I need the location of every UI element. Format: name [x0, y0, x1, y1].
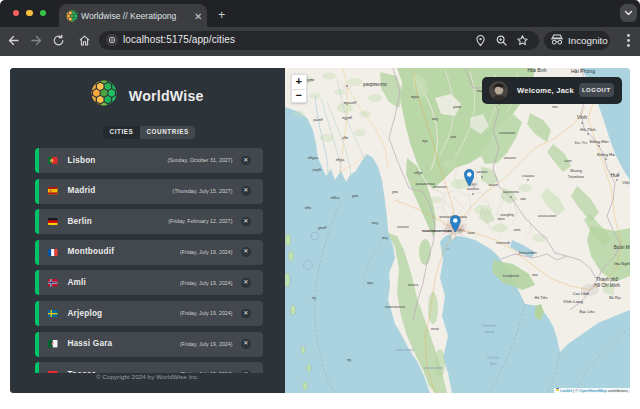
svg-text:Đồng Hới: Đồng Hới — [590, 139, 609, 144]
svg-text:ɞϙ: ɞϙ — [347, 358, 351, 362]
svg-text:ʂɞιϙϧsʊπο: ʂɞιϙϧsʊπο — [363, 81, 387, 87]
svg-text:Vĩnh Long: Vĩnh Long — [563, 299, 584, 304]
svg-text:Bà Rịa: Bà Rịa — [609, 296, 621, 300]
svg-text:uszasusasuis: uszasusasuis — [385, 305, 406, 309]
svg-text:ʊɞa: ʊɞa — [520, 197, 526, 201]
svg-text:aiuinusauans: aiuinusauans — [423, 366, 443, 370]
svg-text:ϙaʊɞ: ϙaʊɞ — [453, 105, 461, 109]
svg-text:ʂɞϙϑι: ʂɞϙϑι — [313, 168, 322, 172]
svg-text:Hà Tiên: Hà Tiên — [534, 296, 547, 300]
svg-text:ɞϙʊ: ɞϙʊ — [367, 281, 373, 285]
svg-text:siemreab: siemreab — [496, 241, 510, 245]
svg-text:aɞʊs: aɞʊs — [497, 217, 505, 221]
svg-text:Thành phố: Thành phố — [596, 277, 618, 282]
svg-text:Bạc Liêu: Bạc Liêu — [580, 310, 595, 314]
svg-text:ʂɷ̃ɞϑ: ʂɷ̃ɞϑ — [313, 117, 323, 122]
svg-text:anauns: anauns — [504, 156, 516, 160]
svg-text:auasivsiu: auasivsiu — [503, 190, 519, 194]
svg-text:Gia Nghĩa: Gia Nghĩa — [614, 261, 630, 266]
svg-text:Mau: Mau — [490, 362, 497, 366]
svg-text:wsun: wsun — [431, 327, 439, 331]
svg-text:ɞϙʊa: ɞϙʊa — [411, 95, 419, 99]
svg-text:auasɞ: auasɞ — [488, 183, 497, 187]
svg-text:wssusa: wssusa — [397, 225, 408, 229]
svg-text:ɞϑϙa: ɞϑϙa — [336, 157, 345, 162]
svg-text:Muang: Muang — [570, 169, 582, 173]
svg-text:ɱϙɞϑ: ɱϙɞϑ — [342, 115, 353, 120]
svg-text:aaulinu: aaulinu — [467, 187, 479, 191]
svg-text:Huế: Huế — [610, 172, 619, 178]
svg-text:iwasus: iwasus — [408, 283, 419, 287]
svg-text:krungbreah: krungbreah — [503, 274, 519, 278]
svg-text:Hải Phòng: Hải Phòng — [571, 68, 595, 74]
svg-text:iwasusni: iwasusni — [433, 185, 447, 189]
svg-text:Vinh: Vinh — [577, 114, 587, 120]
svg-text:ʊaɞn: ʊaɞn — [564, 159, 572, 163]
svg-text:aiuinusauuu: aiuinusauuu — [396, 348, 414, 352]
svg-text:ϙɞʊ: ϙɞʊ — [352, 193, 359, 198]
svg-text:ɞʊϙ: ɞʊϙ — [382, 236, 388, 240]
svg-text:ʊaɞ: ʊaɞ — [450, 135, 456, 139]
svg-text:aassiu: aassiu — [477, 170, 488, 174]
svg-text:ɞnʊ: ɞnʊ — [552, 105, 558, 109]
svg-text:usɞa: usɞa — [467, 231, 474, 235]
svg-text:ɞϙautϑ: ɞϙautϑ — [344, 100, 357, 105]
svg-text:ɞϑ̃ʊa: ɞϑ̃ʊa — [331, 195, 340, 200]
svg-text:Đông Hà: Đông Hà — [597, 152, 615, 157]
svg-text:ʊϑϙɞ: ʊϑϙɞ — [414, 170, 423, 175]
svg-text:csuawzuis: csuawzuis — [499, 131, 516, 135]
svg-text:ʊɞϙ: ʊɞϙ — [432, 117, 438, 121]
svg-text:Cao Lãnh: Cao Lãnh — [573, 292, 589, 296]
svg-text:ɞϑϙʂa: ɞϑϙʂa — [308, 155, 319, 160]
svg-text:Tỉnh Cà: Tỉnh Cà — [487, 356, 499, 360]
svg-text:csuasu: csuasu — [522, 174, 534, 178]
svg-text:asusuuzian: asusuuzian — [538, 214, 556, 218]
svg-text:Hòa Bình: Hòa Bình — [527, 68, 547, 73]
svg-text:Đưc Tho: Đưc Tho — [575, 141, 588, 145]
svg-text:ɞϙʊ: ɞϙʊ — [422, 139, 428, 143]
svg-text:Toumlane: Toumlane — [568, 175, 584, 179]
svg-text:Hồ Chí Minh: Hồ Chí Minh — [594, 283, 620, 288]
svg-text:Hà Tĩnh: Hà Tĩnh — [580, 127, 596, 132]
svg-text:Tỉnh Kiên: Tỉnh Kiên — [482, 324, 496, 328]
svg-text:ɞϙ: ɞϙ — [312, 296, 316, 300]
svg-text:ɞʊϙ: ɞʊϙ — [372, 220, 379, 225]
svg-text:ɞʊ: ɞʊ — [446, 247, 450, 251]
svg-text:ϙɞʊ: ϙɞʊ — [392, 190, 398, 194]
svg-text:Buôn Ma: Buôn Ma — [614, 245, 630, 250]
svg-text:ɞϑʊ: ɞϑʊ — [305, 205, 312, 210]
svg-text:bhnamben: bhnamben — [519, 251, 537, 255]
svg-text:nsoinwuvniuas: nsoinwuvniuas — [422, 228, 453, 233]
svg-text:Giang: Giang — [484, 330, 493, 334]
svg-text:ɞʊa: ɞʊa — [532, 273, 538, 277]
svg-text:Việt: Việt — [622, 180, 630, 185]
svg-text:ϙɞʊϑ: ϙɞʊϑ — [318, 225, 328, 230]
svg-text:uinis: uinis — [514, 228, 521, 232]
svg-text:ʂϑɞ: ʂϑɞ — [342, 135, 348, 140]
